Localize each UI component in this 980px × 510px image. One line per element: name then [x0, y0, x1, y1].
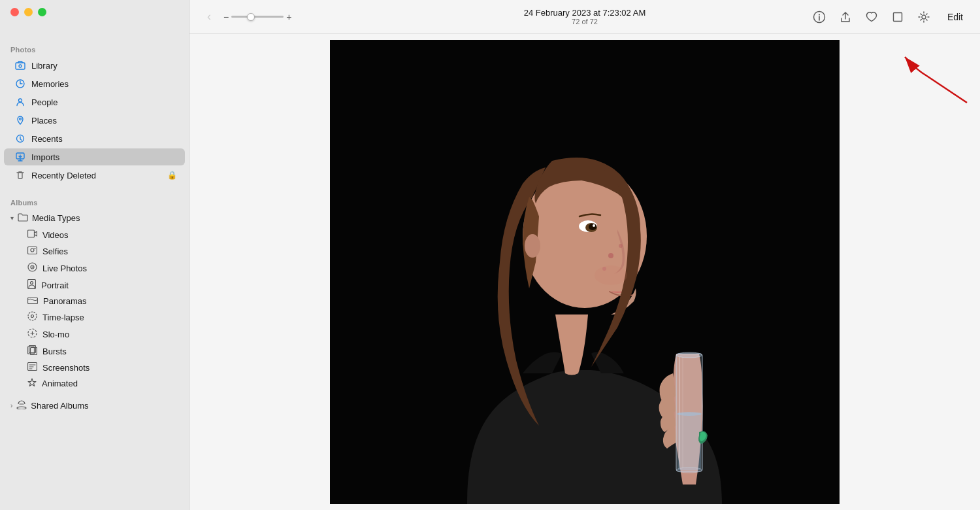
- sidebar: Photos Library Memories: [0, 0, 189, 510]
- svg-point-24: [17, 407, 26, 409]
- sidebar-item-live-photos[interactable]: Live Photos: [4, 260, 185, 276]
- places-icon: [14, 114, 26, 126]
- albums-section-label: Albums: [0, 192, 189, 209]
- zoom-out-button[interactable]: −: [223, 12, 229, 22]
- places-label: Places: [31, 116, 57, 126]
- crop-button[interactable]: [889, 8, 907, 26]
- sidebar-item-places[interactable]: Places: [4, 112, 185, 129]
- videos-icon: [27, 230, 37, 240]
- toolbar-actions: Edit: [810, 8, 970, 26]
- svg-point-13: [32, 267, 33, 268]
- library-icon: [14, 60, 26, 71]
- sidebar-item-memories[interactable]: Memories: [4, 75, 185, 92]
- portrait-icon: [27, 279, 36, 291]
- library-label: Library: [31, 61, 57, 71]
- zoom-slider-thumb: [247, 13, 255, 21]
- slo-mo-icon: [27, 328, 37, 340]
- sidebar-item-slo-mo[interactable]: Slo-mo: [4, 326, 185, 342]
- slo-mo-label: Slo-mo: [42, 330, 69, 339]
- close-button[interactable]: [10, 8, 19, 16]
- main-content: ‹ − + 24 February 2023 at 7:23:02 AM 72 …: [189, 0, 980, 510]
- svg-point-26: [819, 14, 820, 15]
- svg-point-28: [922, 15, 926, 19]
- photos-section-label: Photos: [0, 39, 189, 56]
- svg-point-36: [608, 253, 613, 258]
- sidebar-item-selfies[interactable]: Selfies: [4, 243, 185, 259]
- people-label: People: [31, 97, 57, 107]
- lock-icon: 🔒: [167, 171, 177, 180]
- svg-point-17: [28, 312, 37, 320]
- sidebar-item-panoramas[interactable]: Panoramas: [4, 294, 185, 308]
- info-button[interactable]: [810, 8, 828, 26]
- sidebar-item-bursts[interactable]: Bursts: [4, 343, 185, 359]
- toolbar: ‹ − + 24 February 2023 at 7:23:02 AM 72 …: [189, 0, 980, 34]
- sidebar-item-portrait[interactable]: Portrait: [4, 277, 185, 293]
- animated-label: Animated: [42, 379, 78, 388]
- folder-icon: [18, 212, 28, 224]
- live-photos-icon: [27, 262, 37, 274]
- sidebar-item-library[interactable]: Library: [4, 57, 185, 74]
- favorite-button[interactable]: [862, 8, 881, 26]
- zoom-slider-container: − +: [223, 12, 291, 22]
- svg-point-31: [525, 234, 540, 258]
- recents-label: Recents: [31, 134, 63, 144]
- photo-count: 72 of 72: [524, 18, 645, 26]
- selfies-icon: [27, 245, 37, 257]
- recents-icon: [14, 133, 26, 144]
- sidebar-item-screenshots[interactable]: Screenshots: [4, 360, 185, 375]
- svg-point-42: [676, 468, 702, 473]
- people-icon: [14, 96, 26, 108]
- memories-icon: [14, 78, 26, 90]
- svg-point-4: [20, 118, 22, 120]
- zoom-in-button[interactable]: +: [286, 12, 291, 22]
- imports-label: Imports: [31, 152, 59, 162]
- sidebar-item-time-lapse[interactable]: Time-lapse: [4, 309, 185, 325]
- svg-point-44: [595, 265, 627, 285]
- bursts-label: Bursts: [42, 347, 67, 356]
- portrait-label: Portrait: [41, 280, 69, 290]
- time-lapse-icon: [27, 311, 37, 323]
- share-button[interactable]: [836, 8, 855, 26]
- recently-deleted-icon: [14, 169, 26, 181]
- svg-point-35: [593, 224, 595, 227]
- live-photos-label: Live Photos: [42, 264, 87, 273]
- chevron-down-icon: ▾: [10, 214, 14, 222]
- svg-rect-0: [16, 63, 25, 69]
- svg-rect-8: [28, 247, 37, 254]
- svg-rect-7: [28, 230, 35, 237]
- chevron-right-icon: ›: [10, 402, 12, 409]
- sidebar-item-animated[interactable]: Animated: [4, 376, 185, 391]
- svg-point-41: [676, 352, 702, 358]
- photo-area: [189, 34, 980, 510]
- minimize-button[interactable]: [24, 8, 33, 16]
- shared-albums-label: Shared Albums: [31, 401, 88, 411]
- selfies-label: Selfies: [42, 246, 68, 256]
- svg-point-34: [589, 224, 596, 230]
- svg-point-15: [31, 282, 33, 284]
- maximize-button[interactable]: [38, 8, 46, 16]
- media-types-label: Media Types: [32, 213, 80, 223]
- sidebar-item-people[interactable]: People: [4, 94, 185, 110]
- sidebar-item-recents[interactable]: Recents: [4, 130, 185, 147]
- sidebar-item-imports[interactable]: Imports: [4, 148, 185, 165]
- traffic-lights: [10, 8, 46, 16]
- screenshots-label: Screenshots: [42, 363, 90, 373]
- svg-point-38: [619, 244, 623, 248]
- svg-point-1: [19, 65, 22, 67]
- sidebar-item-recently-deleted[interactable]: Recently Deleted 🔒: [4, 167, 185, 184]
- panoramas-label: Panoramas: [43, 296, 86, 306]
- back-button[interactable]: ‹: [200, 8, 218, 26]
- sidebar-item-videos[interactable]: Videos: [4, 228, 185, 242]
- enhance-button[interactable]: [915, 8, 933, 26]
- media-types-group-header[interactable]: ▾ Media Types: [4, 210, 185, 226]
- photo-date: 24 February 2023 at 7:23:02 AM: [524, 8, 645, 18]
- svg-point-9: [31, 248, 34, 252]
- zoom-slider-track[interactable]: [231, 16, 284, 18]
- shared-albums-header[interactable]: › Shared Albums: [4, 398, 185, 414]
- bursts-icon: [27, 345, 37, 357]
- photo-svg: [330, 40, 840, 504]
- edit-button[interactable]: Edit: [941, 9, 970, 25]
- animated-icon: [27, 378, 37, 389]
- shared-albums-icon: [16, 400, 27, 411]
- annotation-arrow: [862, 44, 973, 109]
